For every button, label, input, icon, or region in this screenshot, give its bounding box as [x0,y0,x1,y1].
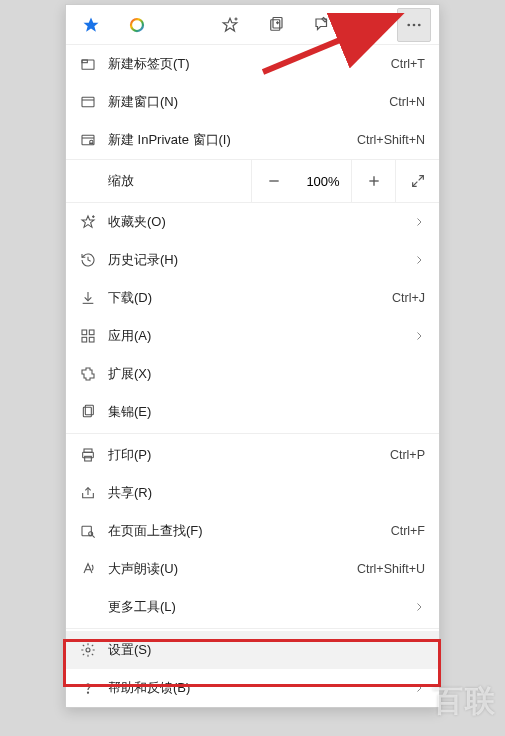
svg-rect-32 [82,337,87,342]
inprivate-icon [80,132,108,148]
browser-menu-panel: 新建标签页(T) Ctrl+T 新建窗口(N) Ctrl+N 新建 InPriv… [65,4,440,708]
menu-label: 打印(P) [108,446,390,464]
menu-label: 在页面上查找(F) [108,522,391,540]
zoom-label: 缩放 [66,172,251,190]
read-aloud-icon [80,561,108,577]
new-window-icon [80,94,108,110]
menu-extensions[interactable]: 扩展(X) [66,355,439,393]
svg-marker-0 [84,17,99,31]
menu-label: 设置(S) [108,641,425,659]
svg-rect-31 [89,330,94,335]
menu-label: 新建 InPrivate 窗口(I) [108,131,357,149]
menu-settings[interactable]: 设置(S) [66,631,439,669]
menu-label: 共享(R) [108,484,425,502]
zoom-row: 缩放 100% [66,159,439,203]
chevron-right-icon [413,216,425,228]
star-icon[interactable] [74,8,108,42]
menu-shortcut: Ctrl+P [390,448,425,462]
menu-print[interactable]: 打印(P) Ctrl+P [66,436,439,474]
menu-history[interactable]: 历史记录(H) [66,241,439,279]
menu-label: 下载(D) [108,289,392,307]
svg-rect-14 [82,60,87,63]
svg-point-9 [365,18,372,25]
svg-line-23 [418,176,423,181]
svg-rect-5 [271,19,280,30]
svg-marker-2 [223,18,237,31]
divider [66,433,439,434]
svg-rect-33 [89,337,94,342]
menu-favorites[interactable]: 收藏夹(O) [66,203,439,241]
menu-shortcut: Ctrl+F [391,524,425,538]
share-icon [80,485,108,501]
menu-label: 集锦(E) [108,403,425,421]
menu-new-inprivate[interactable]: 新建 InPrivate 窗口(I) Ctrl+Shift+N [66,121,439,159]
svg-rect-38 [85,456,92,461]
menu-label: 扩展(X) [108,365,425,383]
chevron-right-icon [413,682,425,694]
menu-new-window[interactable]: 新建窗口(N) Ctrl+N [66,83,439,121]
menu-shortcut: Ctrl+T [391,57,425,71]
history-icon [80,252,108,268]
menu-read-aloud[interactable]: 大声朗读(U) Ctrl+Shift+U [66,550,439,588]
menu-label: 帮助和反馈(B) [108,679,407,697]
divider [66,628,439,629]
profile-icon[interactable] [351,8,385,42]
svg-point-10 [407,23,410,26]
zoom-in-button[interactable] [351,159,395,203]
menu-shortcut: Ctrl+Shift+U [357,562,425,576]
toolbar [66,5,439,45]
extensions-icon [80,366,108,382]
menu-label: 更多工具(L) [108,598,407,616]
help-icon [80,680,108,696]
svg-rect-15 [82,97,94,106]
collections-menu-icon [80,404,108,420]
collections-icon[interactable] [259,8,293,42]
favorites-icon [80,214,108,230]
menu-shortcut: Ctrl+J [392,291,425,305]
menu-more-tools[interactable]: 更多工具(L) [66,588,439,626]
menu-shortcut: Ctrl+Shift+N [357,133,425,147]
svg-rect-35 [85,405,93,414]
zoom-value: 100% [295,174,351,189]
menu-label: 新建标签页(T) [108,55,391,73]
svg-point-11 [413,23,416,26]
more-button[interactable] [397,8,431,42]
print-icon [80,447,108,463]
svg-line-24 [412,182,417,187]
svg-marker-25 [82,216,94,227]
menu-label: 新建窗口(N) [108,93,389,111]
svg-point-12 [418,23,421,26]
add-favorite-icon[interactable] [213,8,247,42]
zoom-out-button[interactable] [251,159,295,203]
chevron-right-icon [413,330,425,342]
menu-shortcut: Ctrl+N [389,95,425,109]
fullscreen-button[interactable] [395,159,439,203]
find-icon [80,523,108,539]
color-circle-icon[interactable] [120,8,154,42]
apps-icon [80,328,108,344]
menu-apps[interactable]: 应用(A) [66,317,439,355]
chevron-right-icon [413,601,425,613]
menu-label: 历史记录(H) [108,251,407,269]
new-tab-icon [80,56,108,72]
menu-downloads[interactable]: 下载(D) Ctrl+J [66,279,439,317]
menu-new-tab[interactable]: 新建标签页(T) Ctrl+T [66,45,439,83]
watermark: 百联 [433,681,497,722]
svg-rect-34 [83,407,91,416]
svg-rect-30 [82,330,87,335]
svg-rect-13 [82,60,94,69]
svg-line-42 [92,535,94,537]
svg-point-44 [86,648,90,652]
menu-share[interactable]: 共享(R) [66,474,439,512]
feedback-icon[interactable] [305,8,339,42]
svg-rect-40 [82,526,91,535]
menu-find[interactable]: 在页面上查找(F) Ctrl+F [66,512,439,550]
svg-point-45 [87,692,88,693]
menu-help[interactable]: 帮助和反馈(B) [66,669,439,707]
gear-icon [80,642,108,658]
svg-point-41 [89,532,93,536]
chevron-right-icon [413,254,425,266]
menu-label: 大声朗读(U) [108,560,357,578]
menu-label: 收藏夹(O) [108,213,407,231]
menu-collections[interactable]: 集锦(E) [66,393,439,431]
